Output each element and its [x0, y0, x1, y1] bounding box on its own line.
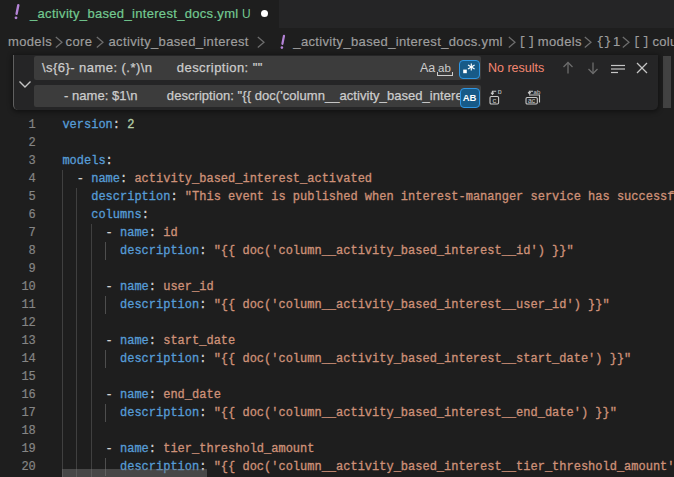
svg-text:c: c [492, 95, 496, 104]
svg-text:ac: ac [528, 96, 536, 103]
svg-text:ab: ab [533, 90, 540, 95]
svg-text:b: b [497, 90, 501, 95]
